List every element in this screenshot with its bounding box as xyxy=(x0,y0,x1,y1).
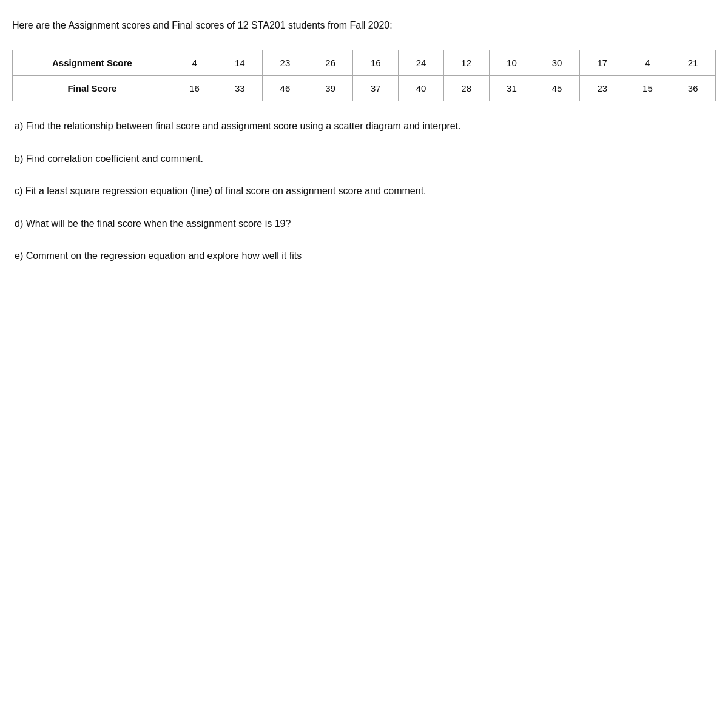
questions-section: a) Find the relationship between final s… xyxy=(12,118,716,281)
final-val-1: 16 xyxy=(172,76,217,101)
final-val-6: 40 xyxy=(399,76,444,101)
final-score-label: Final Score xyxy=(13,76,172,101)
final-score-row: Final Score 16 33 46 39 37 40 28 31 45 2… xyxy=(13,76,716,101)
assignment-score-row: Assignment Score 4 14 23 26 16 24 12 10 … xyxy=(13,50,716,76)
question-c: c) Fit a least square regression equatio… xyxy=(12,183,716,199)
assignment-val-11: 4 xyxy=(625,50,670,76)
assignment-val-1: 4 xyxy=(172,50,217,76)
bottom-divider xyxy=(12,281,716,281)
final-val-2: 33 xyxy=(217,76,263,101)
final-val-4: 39 xyxy=(308,76,353,101)
intro-text: Here are the Assignment scores and Final… xyxy=(12,18,716,33)
question-a: a) Find the relationship between final s… xyxy=(12,118,716,134)
final-val-7: 28 xyxy=(443,76,489,101)
final-val-9: 45 xyxy=(534,76,580,101)
assignment-val-8: 10 xyxy=(489,50,534,76)
assignment-val-2: 14 xyxy=(217,50,263,76)
assignment-score-label: Assignment Score xyxy=(13,50,172,76)
assignment-val-7: 12 xyxy=(443,50,489,76)
question-d: d) What will be the final score when the… xyxy=(12,216,716,232)
assignment-val-10: 17 xyxy=(579,50,625,76)
assignment-val-3: 23 xyxy=(263,50,308,76)
final-val-5: 37 xyxy=(353,76,399,101)
assignment-val-4: 26 xyxy=(308,50,353,76)
assignment-val-9: 30 xyxy=(534,50,580,76)
final-val-11: 15 xyxy=(625,76,670,101)
data-table: Assignment Score 4 14 23 26 16 24 12 10 … xyxy=(12,50,716,101)
assignment-val-6: 24 xyxy=(399,50,444,76)
question-b: b) Find correlation coefficient and comm… xyxy=(12,151,716,167)
final-val-8: 31 xyxy=(489,76,534,101)
assignment-val-12: 21 xyxy=(670,50,716,76)
assignment-val-5: 16 xyxy=(353,50,399,76)
question-e: e) Comment on the regression equation an… xyxy=(12,248,716,264)
final-val-12: 36 xyxy=(670,76,716,101)
final-val-10: 23 xyxy=(579,76,625,101)
final-val-3: 46 xyxy=(263,76,308,101)
